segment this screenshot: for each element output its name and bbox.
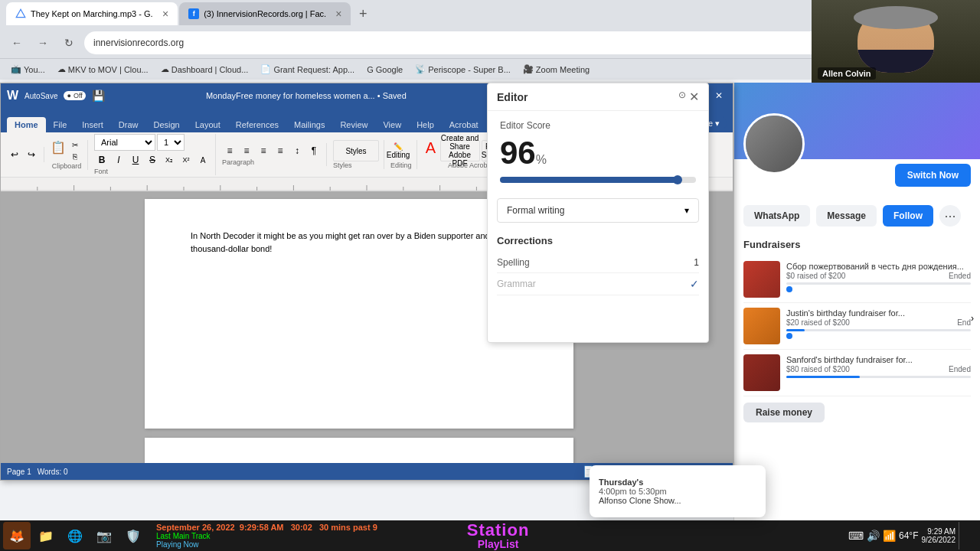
- fundraiser-item-2: Justin's birthday fundraiser for... $20 …: [743, 303, 971, 350]
- taskbar-icon-3[interactable]: 🌐: [61, 522, 89, 549]
- taskbar-icon-5[interactable]: 🛡️: [119, 522, 147, 549]
- undo-redo-group: ↩ ↪: [7, 147, 44, 162]
- message-button[interactable]: Message: [816, 205, 877, 227]
- editor-writing-style[interactable]: Formal writing ▾: [497, 198, 699, 223]
- firefox-icon: 🦊: [9, 529, 24, 543]
- forward-button[interactable]: →: [32, 32, 54, 54]
- undo-button[interactable]: ↩: [7, 147, 22, 162]
- taskbar-last-track: Last Main Track: [156, 532, 377, 540]
- autosave-toggle[interactable]: ● Off: [64, 91, 85, 100]
- switch-now-button[interactable]: Switch Now: [895, 164, 971, 187]
- whatsapp-button[interactable]: WhatsApp: [743, 205, 810, 227]
- grammar-row[interactable]: Grammar ✓: [497, 273, 699, 295]
- save-icon[interactable]: 💾: [92, 90, 105, 102]
- fundraiser-item-1: Сбор пожертвований в честь дня рождения.…: [743, 256, 971, 303]
- tab2-close[interactable]: ×: [335, 8, 341, 20]
- tab-draw[interactable]: Draw: [111, 117, 146, 132]
- tab-acrobat[interactable]: Acrobat: [442, 117, 486, 132]
- bookmark-grant[interactable]: 📄Grant Request: App...: [256, 63, 359, 76]
- font-group: Arial 10.5 B I U S X₂ X² A Font: [90, 134, 216, 175]
- editing-ribbon-button[interactable]: ✏️ Editing: [390, 140, 406, 161]
- tab-mailings[interactable]: Mailings: [286, 117, 332, 132]
- doc-page-2[interactable]: rtmp://ls8.live.rmbl.ws/slot-8 oyzg-rons…: [145, 438, 573, 463]
- spelling-row[interactable]: Spelling 1: [497, 253, 699, 273]
- close-button[interactable]: ✕: [711, 88, 727, 103]
- more-options-button[interactable]: ···: [939, 205, 961, 227]
- align-center-button[interactable]: ≡: [239, 143, 254, 158]
- paste-button[interactable]: 📋: [51, 140, 66, 155]
- taskbar-icon-4[interactable]: 📷: [90, 522, 118, 549]
- tab-review[interactable]: Review: [332, 117, 375, 132]
- share-chevron: ▾: [715, 119, 720, 129]
- taskbar-clock[interactable]: 9:29 AM 9/26/2022: [922, 527, 956, 544]
- font-family-select[interactable]: Arial: [94, 134, 155, 151]
- tab-insert[interactable]: Insert: [74, 117, 111, 132]
- new-tab-button[interactable]: +: [352, 3, 374, 24]
- autosave-toggle-label: ●: [67, 92, 70, 99]
- taskbar-system-tray: ⌨ 🔊 📶 64°F 9:29 AM 9/26/2022: [842, 522, 980, 549]
- styles-button[interactable]: Styles: [333, 140, 379, 161]
- align-justify-button[interactable]: ≡: [273, 143, 288, 158]
- show-desktop-button[interactable]: [959, 522, 974, 549]
- align-left-button[interactable]: ≡: [222, 143, 237, 158]
- refresh-button[interactable]: ↻: [58, 32, 80, 54]
- italic-button[interactable]: I: [111, 152, 126, 168]
- redo-button[interactable]: ↪: [24, 147, 39, 162]
- fundraiser-item-3: Sanford's birthday fundraiser for... $80…: [743, 350, 971, 396]
- tab-layout[interactable]: Layout: [188, 117, 228, 132]
- tab-file[interactable]: File: [46, 117, 75, 132]
- clipboard-label: Clipboard: [52, 162, 82, 170]
- fb-sidebar-chevron[interactable]: ›: [971, 313, 974, 324]
- fundraiser-amount-3: $80 raised of $200: [786, 365, 850, 373]
- word-count: Words: 0: [38, 468, 68, 476]
- fundraiser-dot-2: [786, 333, 792, 339]
- fundraiser-title-3: Sanford's birthday fundraiser for...: [786, 354, 971, 365]
- paragraph-mark-button[interactable]: ¶: [306, 143, 322, 158]
- bookmark-google[interactable]: GGoogle: [362, 64, 407, 76]
- tab-facebook[interactable]: f (3) InnervisionRecords.org | Fac... ×: [179, 2, 351, 25]
- bookmark-periscope[interactable]: 📡Periscope - Super B...: [410, 63, 515, 76]
- raise-money-button[interactable]: Raise money: [743, 403, 825, 422]
- line-spacing-button[interactable]: ↕: [289, 143, 305, 158]
- superscript-button[interactable]: X²: [178, 152, 194, 168]
- tab-references[interactable]: References: [228, 117, 286, 132]
- bold-button[interactable]: B: [94, 152, 109, 168]
- follow-button[interactable]: Follow: [883, 205, 933, 227]
- editor-expand-icon[interactable]: ⊙: [678, 90, 686, 104]
- bookmark-zoom[interactable]: 🎥Zoom Meeting: [518, 63, 594, 76]
- align-right-button[interactable]: ≡: [256, 143, 271, 158]
- calendar-popup: Thursday's 4:00pm to 5:30pm Alfonso Clon…: [590, 465, 766, 517]
- cut-button[interactable]: ✂: [67, 140, 83, 151]
- back-button[interactable]: ←: [6, 32, 28, 54]
- subscript-button[interactable]: X₂: [162, 152, 177, 168]
- editor-panel-title: Editor: [497, 91, 528, 103]
- tray-icon-keyboard: ⌨: [848, 530, 864, 542]
- calendar-event: Thursday's 4:00pm to 5:30pm Alfonso Clon…: [599, 474, 756, 508]
- bookmark-dashboard[interactable]: ☁Dashboard | Cloud...: [156, 63, 253, 76]
- tab1-close[interactable]: ×: [162, 8, 168, 20]
- copy-button[interactable]: ⎘: [67, 152, 83, 162]
- bookmark-mkv[interactable]: ☁MKV to MOV | Clou...: [53, 63, 153, 76]
- editor-corrections: Corrections Spelling 1 Grammar ✓: [488, 229, 708, 302]
- tab-design[interactable]: Design: [145, 117, 187, 132]
- font-size-select[interactable]: 10.5: [157, 134, 185, 151]
- taskbar: 🦊 📁 🌐 📷 🛡️ September 26, 2022 9:29:58 AM…: [0, 520, 980, 551]
- create-pdf-button[interactable]: Create and Share Adobe PDF: [440, 140, 480, 161]
- editor-panel-header: Editor ⊙ ✕: [488, 83, 708, 111]
- font-group-label: Font: [94, 168, 211, 175]
- tab-google-drive[interactable]: They Kept on Marching.mp3 - G... ×: [6, 2, 178, 25]
- editor-close-button[interactable]: ✕: [689, 90, 699, 104]
- underline-button[interactable]: U: [128, 152, 143, 168]
- tab-view[interactable]: View: [375, 117, 409, 132]
- taskbar-icon-2[interactable]: 📁: [32, 522, 60, 549]
- styles-btn[interactable]: A: [423, 140, 439, 155]
- paragraph-group: ≡ ≡ ≡ ≡ ↕ ¶ Paragraph: [217, 143, 327, 166]
- highlight-button[interactable]: A: [195, 152, 211, 168]
- tab-home[interactable]: Home: [7, 117, 46, 132]
- editor-score-percent: %: [536, 153, 547, 167]
- tab-help[interactable]: Help: [409, 117, 442, 132]
- strikethrough-button[interactable]: S: [145, 152, 160, 168]
- bookmark-you[interactable]: 📺You...: [6, 63, 50, 76]
- clock-date: 9/26/2022: [922, 536, 956, 544]
- taskbar-icon-1[interactable]: 🦊: [3, 522, 31, 549]
